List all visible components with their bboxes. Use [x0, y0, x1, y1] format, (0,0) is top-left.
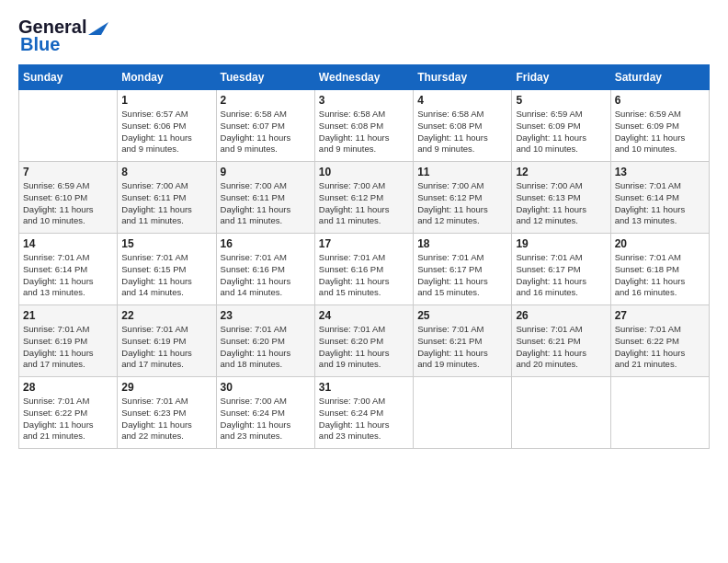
- day-cell: 24Sunrise: 7:01 AM Sunset: 6:20 PM Dayli…: [314, 305, 413, 377]
- day-cell: 29Sunrise: 7:01 AM Sunset: 6:23 PM Dayli…: [118, 377, 216, 449]
- day-number: 6: [615, 94, 705, 107]
- svg-marker-0: [88, 22, 108, 35]
- day-number: 8: [121, 166, 211, 178]
- day-number: 7: [23, 166, 113, 178]
- day-number: 14: [23, 237, 113, 250]
- day-number: 28: [23, 381, 113, 394]
- day-number: 21: [23, 309, 113, 322]
- day-cell: 14Sunrise: 7:01 AM Sunset: 6:14 PM Dayli…: [19, 234, 118, 305]
- day-info: Sunrise: 7:01 AM Sunset: 6:22 PM Dayligh…: [615, 324, 705, 371]
- day-info: Sunrise: 7:00 AM Sunset: 6:11 PM Dayligh…: [221, 180, 311, 227]
- day-number: 20: [615, 237, 705, 250]
- day-number: 25: [417, 309, 507, 322]
- day-info: Sunrise: 7:01 AM Sunset: 6:16 PM Dayligh…: [221, 252, 311, 299]
- day-cell: 26Sunrise: 7:01 AM Sunset: 6:21 PM Dayli…: [512, 305, 610, 377]
- day-number: 29: [121, 381, 211, 394]
- day-cell: 13Sunrise: 7:01 AM Sunset: 6:14 PM Dayli…: [610, 162, 709, 234]
- header-cell-tuesday: Tuesday: [216, 65, 314, 90]
- day-info: Sunrise: 7:01 AM Sunset: 6:20 PM Dayligh…: [319, 324, 409, 371]
- day-info: Sunrise: 7:01 AM Sunset: 6:17 PM Dayligh…: [516, 252, 606, 299]
- day-cell: 9Sunrise: 7:00 AM Sunset: 6:11 PM Daylig…: [216, 162, 314, 234]
- day-info: Sunrise: 7:01 AM Sunset: 6:14 PM Dayligh…: [23, 252, 113, 299]
- day-number: 24: [319, 309, 409, 322]
- calendar-table: SundayMondayTuesdayWednesdayThursdayFrid…: [18, 64, 710, 449]
- week-row-3: 14Sunrise: 7:01 AM Sunset: 6:14 PM Dayli…: [19, 234, 710, 305]
- day-info: Sunrise: 7:01 AM Sunset: 6:16 PM Dayligh…: [319, 252, 409, 299]
- week-row-5: 28Sunrise: 7:01 AM Sunset: 6:22 PM Dayli…: [19, 377, 710, 449]
- day-info: Sunrise: 7:00 AM Sunset: 6:11 PM Dayligh…: [121, 180, 211, 227]
- day-cell: [414, 377, 512, 449]
- day-cell: 21Sunrise: 7:01 AM Sunset: 6:19 PM Dayli…: [19, 305, 118, 377]
- day-number: 13: [615, 166, 705, 178]
- day-info: Sunrise: 7:01 AM Sunset: 6:20 PM Dayligh…: [221, 324, 311, 371]
- day-cell: 30Sunrise: 7:00 AM Sunset: 6:24 PM Dayli…: [216, 377, 314, 449]
- day-cell: [19, 90, 118, 162]
- day-cell: 3Sunrise: 6:58 AM Sunset: 6:08 PM Daylig…: [314, 90, 413, 162]
- header-row: SundayMondayTuesdayWednesdayThursdayFrid…: [19, 65, 710, 90]
- day-cell: 6Sunrise: 6:59 AM Sunset: 6:09 PM Daylig…: [610, 90, 709, 162]
- day-info: Sunrise: 7:01 AM Sunset: 6:19 PM Dayligh…: [121, 324, 211, 371]
- day-number: 5: [516, 94, 606, 107]
- day-info: Sunrise: 7:00 AM Sunset: 6:24 PM Dayligh…: [221, 396, 311, 442]
- logo: General Blue: [18, 17, 108, 55]
- day-cell: [512, 377, 610, 449]
- day-cell: 16Sunrise: 7:01 AM Sunset: 6:16 PM Dayli…: [216, 234, 314, 305]
- day-number: 10: [319, 166, 409, 178]
- day-cell: 20Sunrise: 7:01 AM Sunset: 6:18 PM Dayli…: [610, 234, 709, 305]
- day-info: Sunrise: 7:00 AM Sunset: 6:12 PM Dayligh…: [319, 180, 409, 227]
- week-row-1: 1Sunrise: 6:57 AM Sunset: 6:06 PM Daylig…: [19, 90, 710, 162]
- day-info: Sunrise: 7:01 AM Sunset: 6:21 PM Dayligh…: [417, 324, 507, 371]
- header-cell-monday: Monday: [118, 65, 216, 90]
- logo-bird-icon: [88, 18, 108, 35]
- logo-blue-text: Blue: [20, 34, 60, 55]
- day-info: Sunrise: 6:59 AM Sunset: 6:10 PM Dayligh…: [23, 180, 113, 227]
- header-cell-wednesday: Wednesday: [314, 65, 413, 90]
- day-cell: [610, 377, 709, 449]
- day-cell: 22Sunrise: 7:01 AM Sunset: 6:19 PM Dayli…: [118, 305, 216, 377]
- day-cell: 15Sunrise: 7:01 AM Sunset: 6:15 PM Dayli…: [118, 234, 216, 305]
- day-number: 23: [221, 309, 311, 322]
- day-info: Sunrise: 7:01 AM Sunset: 6:17 PM Dayligh…: [417, 252, 507, 299]
- header-cell-saturday: Saturday: [610, 65, 709, 90]
- day-info: Sunrise: 7:01 AM Sunset: 6:15 PM Dayligh…: [121, 252, 211, 299]
- day-number: 31: [319, 381, 409, 394]
- day-info: Sunrise: 7:01 AM Sunset: 6:14 PM Dayligh…: [615, 180, 705, 227]
- day-number: 9: [221, 166, 311, 178]
- day-cell: 12Sunrise: 7:00 AM Sunset: 6:13 PM Dayli…: [512, 162, 610, 234]
- day-cell: 28Sunrise: 7:01 AM Sunset: 6:22 PM Dayli…: [19, 377, 118, 449]
- day-cell: 4Sunrise: 6:58 AM Sunset: 6:08 PM Daylig…: [414, 90, 512, 162]
- day-number: 26: [516, 309, 606, 322]
- day-info: Sunrise: 7:00 AM Sunset: 6:24 PM Dayligh…: [319, 396, 409, 442]
- day-info: Sunrise: 7:00 AM Sunset: 6:12 PM Dayligh…: [417, 180, 507, 227]
- day-number: 4: [417, 94, 507, 107]
- day-cell: 2Sunrise: 6:58 AM Sunset: 6:07 PM Daylig…: [216, 90, 314, 162]
- day-cell: 17Sunrise: 7:01 AM Sunset: 6:16 PM Dayli…: [314, 234, 413, 305]
- header-cell-friday: Friday: [512, 65, 610, 90]
- header: General Blue: [18, 17, 710, 55]
- day-number: 1: [121, 94, 211, 107]
- day-cell: 19Sunrise: 7:01 AM Sunset: 6:17 PM Dayli…: [512, 234, 610, 305]
- day-cell: 11Sunrise: 7:00 AM Sunset: 6:12 PM Dayli…: [414, 162, 512, 234]
- day-number: 30: [221, 381, 311, 394]
- day-info: Sunrise: 6:57 AM Sunset: 6:06 PM Dayligh…: [121, 109, 211, 155]
- page: General Blue SundayMondayTuesdayWednesda…: [0, 0, 728, 563]
- day-info: Sunrise: 7:01 AM Sunset: 6:23 PM Dayligh…: [121, 396, 211, 442]
- day-info: Sunrise: 6:58 AM Sunset: 6:08 PM Dayligh…: [319, 109, 409, 155]
- day-cell: 31Sunrise: 7:00 AM Sunset: 6:24 PM Dayli…: [314, 377, 413, 449]
- day-number: 19: [516, 237, 606, 250]
- day-info: Sunrise: 7:00 AM Sunset: 6:13 PM Dayligh…: [516, 180, 606, 227]
- day-cell: 7Sunrise: 6:59 AM Sunset: 6:10 PM Daylig…: [19, 162, 118, 234]
- day-cell: 27Sunrise: 7:01 AM Sunset: 6:22 PM Dayli…: [610, 305, 709, 377]
- day-cell: 18Sunrise: 7:01 AM Sunset: 6:17 PM Dayli…: [414, 234, 512, 305]
- header-cell-thursday: Thursday: [414, 65, 512, 90]
- header-cell-sunday: Sunday: [19, 65, 118, 90]
- week-row-4: 21Sunrise: 7:01 AM Sunset: 6:19 PM Dayli…: [19, 305, 710, 377]
- day-cell: 10Sunrise: 7:00 AM Sunset: 6:12 PM Dayli…: [314, 162, 413, 234]
- day-cell: 1Sunrise: 6:57 AM Sunset: 6:06 PM Daylig…: [118, 90, 216, 162]
- day-info: Sunrise: 6:59 AM Sunset: 6:09 PM Dayligh…: [516, 109, 606, 155]
- day-number: 2: [221, 94, 311, 107]
- day-cell: 5Sunrise: 6:59 AM Sunset: 6:09 PM Daylig…: [512, 90, 610, 162]
- day-info: Sunrise: 7:01 AM Sunset: 6:21 PM Dayligh…: [516, 324, 606, 371]
- day-number: 17: [319, 237, 409, 250]
- day-number: 3: [319, 94, 409, 107]
